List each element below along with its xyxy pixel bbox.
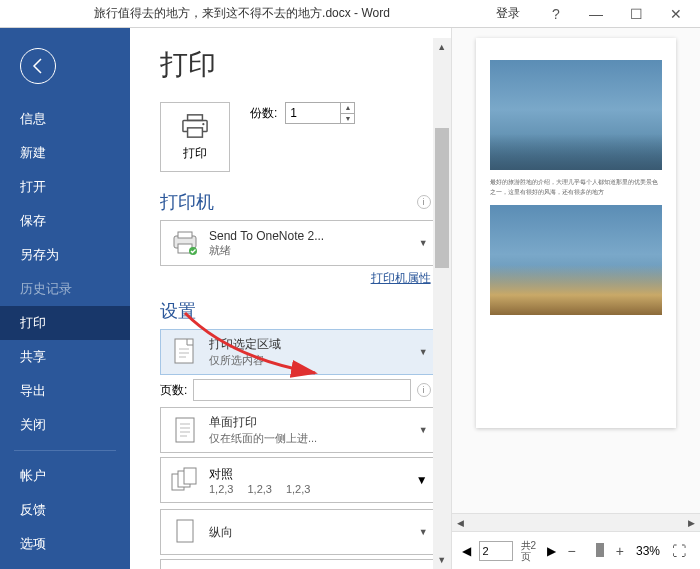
collate-icon (169, 466, 201, 494)
chevron-down-icon: ▼ (419, 527, 428, 537)
print-range-selector[interactable]: 打印选定区域 仅所选内容 ▼ (160, 329, 437, 375)
sidebar-item-export[interactable]: 导出 (0, 374, 130, 408)
pages-label: 页数: (160, 382, 187, 399)
sidebar-item-history: 历史记录 (0, 272, 130, 306)
svg-point-3 (202, 123, 204, 125)
print-button-label: 打印 (183, 145, 207, 162)
svg-rect-19 (184, 468, 196, 484)
printer-device-icon (169, 227, 201, 259)
copies-down[interactable]: ▼ (341, 114, 354, 124)
print-settings-panel: 打印 打印 份数: (130, 28, 451, 569)
sidebar-item-share[interactable]: 共享 (0, 340, 130, 374)
svg-rect-12 (176, 418, 194, 442)
sidebar-item-feedback[interactable]: 反馈 (0, 493, 130, 527)
page-range-icon (169, 336, 201, 368)
pages-input[interactable] (193, 379, 410, 401)
info-icon[interactable]: i (417, 195, 431, 209)
collate-selector[interactable]: 对照 1,2,3 1,2,3 1,2,3 ▼ (160, 457, 437, 503)
svg-point-7 (189, 247, 197, 255)
sidebar-item-saveas[interactable]: 另存为 (0, 238, 130, 272)
info-icon[interactable]: i (417, 383, 431, 397)
zoom-out-button[interactable]: − (564, 543, 580, 559)
chevron-down-icon: ▼ (419, 238, 428, 248)
svg-rect-2 (188, 127, 203, 136)
fit-page-button[interactable]: ⛶ (668, 543, 690, 559)
preview-page: 最好的旅游胜地的介绍，大理几乎每个人都知道那里的优美景色之一，这里有很好的风海，… (476, 38, 676, 428)
copies-up[interactable]: ▲ (341, 103, 354, 114)
range-title: 打印选定区域 (209, 336, 415, 353)
scroll-up-button[interactable]: ▲ (433, 38, 451, 56)
zoom-percent: 33% (636, 544, 660, 558)
page-number-spinner[interactable] (479, 541, 513, 561)
page-total: 共2页 (521, 540, 539, 562)
page-title: 打印 (160, 46, 437, 84)
close-button[interactable]: ✕ (656, 0, 696, 28)
copies-input[interactable] (286, 103, 340, 123)
preview-h-scrollbar[interactable]: ◀ ▶ (452, 513, 700, 531)
svg-rect-8 (175, 339, 193, 363)
preview-image-2 (490, 205, 662, 315)
sidebar-item-close[interactable]: 关闭 (0, 408, 130, 442)
maximize-button[interactable]: ☐ (616, 0, 656, 28)
duplex-selector[interactable]: 单面打印 仅在纸面的一侧上进... ▼ (160, 407, 437, 453)
preview-footer: ◀ 共2页 ▶ − + 33% ⛶ (452, 531, 700, 569)
sidebar-item-save[interactable]: 保存 (0, 204, 130, 238)
titlebar: 旅行值得去的地方，来到这不得不去的地方.docx - Word 登录 ? — ☐… (0, 0, 700, 28)
duplex-title: 单面打印 (209, 414, 415, 431)
scroll-down-button[interactable]: ▼ (433, 551, 451, 569)
sidebar-item-info[interactable]: 信息 (0, 102, 130, 136)
preview-caption-1: 最好的旅游胜地的介绍，大理几乎每个人都知道那里的优美景色之一，这里有很好的风海，… (490, 178, 662, 197)
back-arrow-icon (29, 57, 47, 75)
preview-image-1 (490, 60, 662, 170)
print-preview: 最好的旅游胜地的介绍，大理几乎每个人都知道那里的优美景色之一，这里有很好的风海，… (451, 28, 700, 569)
sidebar-item-open[interactable]: 打开 (0, 170, 130, 204)
chevron-down-icon: ▼ (416, 473, 428, 487)
printer-status: 就绪 (209, 243, 415, 258)
svg-rect-0 (188, 114, 203, 120)
minimize-button[interactable]: — (576, 0, 616, 28)
portrait-icon (169, 516, 201, 548)
scroll-right-button[interactable]: ▶ (682, 518, 700, 528)
printer-name: Send To OneNote 2... (209, 229, 415, 243)
paper-size-selector[interactable]: A4 ▼ (160, 559, 437, 569)
window-title: 旅行值得去的地方，来到这不得不去的地方.docx - Word (4, 5, 480, 22)
orientation-selector[interactable]: 纵向 ▼ (160, 509, 437, 555)
printer-properties-link[interactable]: 打印机属性 (160, 270, 431, 287)
printer-section-title: 打印机 i (160, 190, 437, 214)
chevron-down-icon: ▼ (419, 425, 428, 435)
zoom-thumb[interactable] (596, 543, 604, 557)
print-button[interactable]: 打印 (160, 102, 230, 172)
duplex-sub: 仅在纸面的一侧上进... (209, 431, 415, 446)
sidebar-item-new[interactable]: 新建 (0, 136, 130, 170)
sidebar-item-options[interactable]: 选项 (0, 527, 130, 561)
sidebar-item-print[interactable]: 打印 (0, 306, 130, 340)
settings-scrollbar[interactable]: ▲ ▼ (433, 38, 451, 569)
page-next-button[interactable]: ▶ (547, 544, 556, 558)
sidebar-item-account[interactable]: 帐户 (0, 459, 130, 493)
range-sub: 仅所选内容 (209, 353, 415, 368)
single-side-icon (169, 414, 201, 446)
scroll-left-button[interactable]: ◀ (452, 518, 470, 528)
back-button[interactable] (20, 48, 56, 84)
collate-title: 对照 (209, 466, 408, 483)
copies-spinner[interactable]: ▲ ▼ (285, 102, 355, 124)
printer-icon (180, 113, 210, 139)
orientation-label: 纵向 (209, 524, 415, 541)
scroll-thumb[interactable] (435, 128, 449, 268)
page-prev-button[interactable]: ◀ (462, 544, 471, 558)
chevron-down-icon: ▼ (419, 347, 428, 357)
svg-rect-20 (177, 520, 193, 542)
login-link[interactable]: 登录 (496, 5, 520, 22)
page-number-input[interactable] (480, 542, 504, 560)
settings-section-title: 设置 (160, 299, 437, 323)
help-button[interactable]: ? (536, 0, 576, 28)
sidebar-divider (14, 450, 116, 451)
backstage-sidebar: 信息 新建 打开 保存 另存为 历史记录 打印 共享 导出 关闭 帐户 反馈 选… (0, 28, 130, 569)
printer-selector[interactable]: Send To OneNote 2... 就绪 ▼ (160, 220, 437, 266)
svg-rect-5 (178, 232, 192, 238)
zoom-in-button[interactable]: + (612, 543, 628, 559)
copies-label: 份数: (250, 105, 277, 122)
